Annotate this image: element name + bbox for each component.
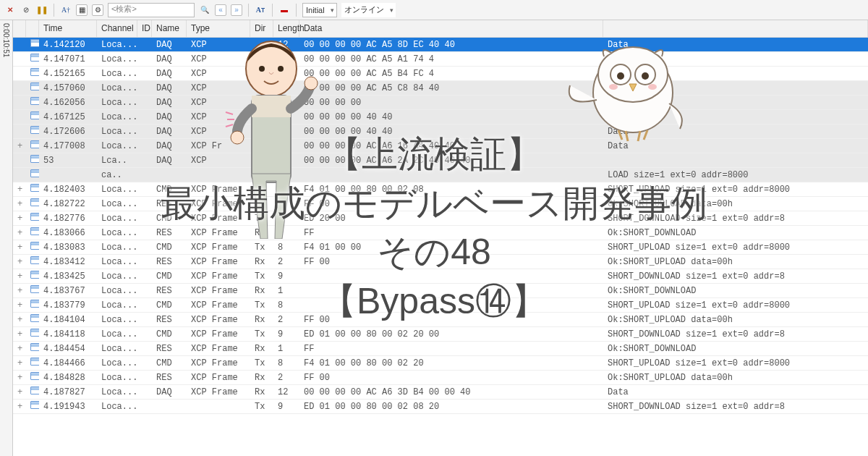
cell-time: 4.177008 (39, 141, 97, 151)
expand-icon[interactable]: + (13, 358, 26, 368)
col-length[interactable]: Length (273, 20, 299, 37)
online-combo[interactable]: オンライン (341, 3, 396, 17)
filter-icon[interactable]: ▦ (76, 4, 88, 16)
cell-data: 00 00 00 00 AC A6 3D B4 00 00 40 (299, 387, 603, 397)
expand-icon[interactable]: + (13, 373, 26, 383)
table-row[interactable]: +4.191943Loca...Tx9ED 01 00 00 80 00 02 … (13, 400, 868, 414)
cell-time: 4.183767 (39, 286, 97, 296)
table-row[interactable]: +4.183412Loca...RESXCP FrameRx2FF 00Ok:S… (13, 255, 868, 269)
expand-icon[interactable]: + (13, 402, 26, 412)
table-row[interactable]: 4.147071Loca...DAQXCP1200 00 00 00 AC A5… (13, 52, 868, 67)
table-row[interactable]: +4.183083Loca...CMDXCP FrameTx8F4 01 00 … (13, 240, 868, 255)
cell-channel: Loca... (97, 315, 137, 325)
cell-desc: Ok:SHORT_UPLOAD data=00h (603, 315, 868, 325)
message-icon (26, 387, 39, 397)
cell-dir: Tx (250, 214, 273, 224)
initial-combo[interactable]: Initial (302, 3, 337, 17)
table-row[interactable]: ca..LOAD size=1 ext=0 addr=8000 (13, 168, 868, 182)
table-row[interactable]: 4.172606Loca...DAQXCP1200 00 00 00 40 40… (13, 124, 868, 139)
cell-channel: Loca... (97, 242, 137, 253)
cell-time: 4.184118 (39, 329, 97, 339)
table-row[interactable]: +4.183779Loca...CMDXCP FrameTx8SHORT_UPL… (13, 298, 868, 313)
cell-name: RES (152, 257, 187, 267)
expand-icon[interactable]: + (13, 315, 26, 325)
expand-icon[interactable]: + (13, 300, 26, 311)
config-icon[interactable]: ⚙ (92, 4, 103, 16)
col-type[interactable]: Type (187, 20, 250, 37)
col-dir[interactable]: Dir (250, 20, 273, 37)
find-next-icon[interactable]: » (231, 4, 242, 16)
cell-data: 00 00 00 00 40 40 (299, 112, 603, 122)
col-channel[interactable]: Channel (97, 20, 137, 37)
expand-icon[interactable]: + (13, 199, 26, 209)
search-input[interactable]: <検索> (108, 3, 195, 17)
cell-channel: Loca... (97, 40, 137, 50)
table-row[interactable]: 53Lca..DAQXCP1200 00 00 00 AC A6 2A 2C 4… (13, 153, 868, 168)
pause-icon[interactable]: ❚❚ (36, 4, 48, 16)
table-row[interactable]: +4.183767Loca...RESXCP FrameRx1Ok:SHORT_… (13, 284, 868, 298)
find-prev-icon[interactable]: « (215, 4, 226, 16)
expand-icon[interactable]: + (13, 344, 26, 354)
time-mode-icon[interactable]: A† (60, 4, 72, 16)
col-name[interactable]: Name (152, 20, 187, 37)
table-row[interactable]: +4.177008Loca...DAQXCP FrTx1200 00 00 00… (13, 139, 868, 153)
col-data[interactable]: Data (299, 20, 603, 37)
table-row[interactable]: +4.183425Loca...CMDXCP FrameTx9SHORT_DOW… (13, 269, 868, 284)
cell-time: 4.182776 (39, 214, 97, 224)
cell-channel: Loca... (97, 402, 137, 412)
table-row[interactable]: 4.157060Loca...DAQXCP1200 00 00 00 AC A5… (13, 81, 868, 96)
cell-len: 9 (273, 402, 299, 412)
col-id[interactable]: ID (137, 20, 152, 37)
expand-icon[interactable]: + (13, 228, 26, 238)
cell-len: 12 (273, 112, 299, 122)
table-row[interactable]: +4.184118Loca...CMDXCP FrameTx9ED 01 00 … (13, 327, 868, 342)
table-row[interactable]: 4.167125Loca...DAQXCP1200 00 00 00 40 40… (13, 110, 868, 124)
table-row[interactable]: 4.152165Loca...DAQXCP1200 00 00 00 AC A5… (13, 67, 868, 81)
table-row[interactable]: +4.182722Loca...RESXCP FrameRx2FF 00Ok:S… (13, 197, 868, 211)
table-row[interactable]: +4.184828Loca...RESXCP FrameRx2FF 00Ok:S… (13, 371, 868, 385)
cell-time: 4.184466 (39, 358, 97, 368)
cell-name: CMD (152, 214, 187, 224)
table-row[interactable]: 4.142120Loca...DAQXCP1200 00 00 00 AC A5… (13, 38, 868, 52)
message-icon (26, 314, 39, 325)
cell-len: 2 (273, 373, 299, 383)
table-row[interactable]: +4.184466Loca...CMDXCP FrameTx8F4 01 00 … (13, 356, 868, 371)
table-row[interactable]: +4.187827Loca...DAQXCP FrameRx1200 00 00… (13, 385, 868, 400)
expand-icon[interactable]: + (13, 329, 26, 339)
table-row[interactable]: +4.183066Loca...RESXCP FrameRx1FFOk:SHOR… (13, 226, 868, 240)
col-time[interactable]: Time (39, 20, 97, 37)
expand-icon[interactable]: + (13, 141, 26, 151)
table-row[interactable]: +4.182776Loca...CMDXCP FrameTx9ED 20 00S… (13, 211, 868, 226)
search-go-icon[interactable]: 🔍 (199, 4, 210, 16)
cell-name: CMD (152, 242, 187, 253)
expand-icon[interactable]: + (13, 214, 26, 224)
expand-icon[interactable]: + (13, 242, 26, 253)
expand-icon[interactable]: + (13, 185, 26, 195)
table-row[interactable]: +4.184104Loca...RESXCP FrameRx2FF 00Ok:S… (13, 313, 868, 327)
cell-len: 12 (273, 98, 299, 108)
cell-desc: SHORT_DOWNLOAD size=1 ext=0 addr=8 (603, 402, 868, 412)
cell-desc: SHORT_DOWNLOAD size=1 ext=0 addr=8 (603, 329, 868, 339)
cell-channel: Loca... (97, 214, 137, 224)
table-row[interactable]: 4.162056Loca...DAQXCP1200 00 00 00Data (13, 96, 868, 110)
cell-channel: Loca... (97, 373, 137, 383)
cell-dir: Rx (250, 315, 273, 325)
cell-name: RES (152, 344, 187, 354)
expand-icon[interactable]: + (13, 387, 26, 397)
cell-time: 4.182403 (39, 185, 97, 195)
table-row[interactable]: +4.182403Loca...CMDXCP FrameTx8F4 01 00 … (13, 182, 868, 197)
expand-icon[interactable]: + (13, 257, 26, 267)
style-icon[interactable]: AT (255, 4, 266, 16)
close-icon[interactable]: ✕ (4, 4, 16, 16)
cell-type: XCP (187, 112, 250, 122)
clear-icon[interactable]: ⊘ (20, 4, 32, 16)
cell-type: XCP (187, 98, 250, 108)
cell-type: XCP Frame (187, 329, 250, 339)
table-row[interactable]: +4.184454Loca...RESXCP FrameRx1FFOk:SHOR… (13, 342, 868, 356)
highlight-icon[interactable]: ▬ (278, 4, 290, 16)
message-icon (26, 97, 39, 108)
expand-icon[interactable]: + (13, 286, 26, 296)
cell-len: 12 (273, 54, 299, 64)
expand-icon[interactable]: + (13, 271, 26, 282)
cell-desc: SHORT_UPLOAD size=1 ext=0 addr=8000 (603, 185, 868, 195)
